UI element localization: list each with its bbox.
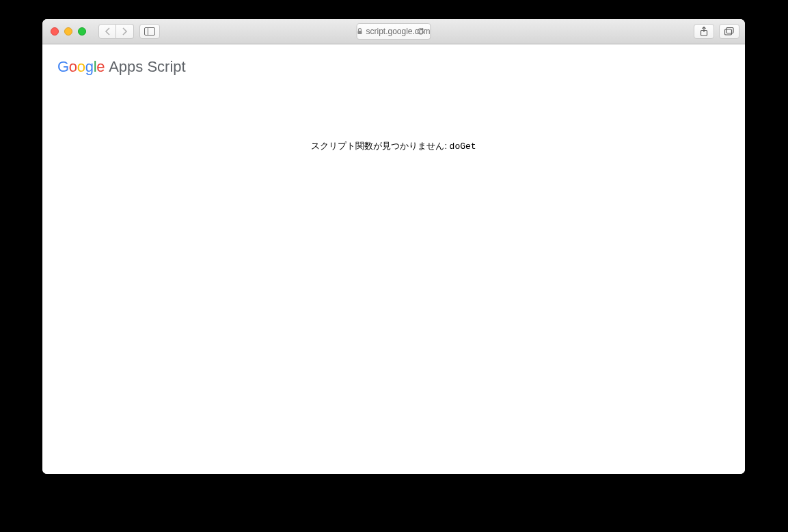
address-bar[interactable]: script.google.com	[356, 23, 431, 40]
svg-rect-0	[145, 28, 155, 36]
reload-button[interactable]	[417, 27, 425, 36]
product-name: Apps Script	[109, 58, 186, 76]
lock-icon	[357, 28, 362, 35]
tabs-button[interactable]	[719, 24, 739, 39]
google-logo: Google	[57, 58, 105, 76]
sidebar-toggle-button[interactable]	[139, 24, 160, 39]
close-window-button[interactable]	[51, 27, 59, 36]
reload-icon	[417, 27, 425, 36]
svg-rect-2	[357, 31, 362, 34]
window-controls	[51, 27, 86, 36]
chevron-left-icon	[105, 27, 111, 36]
toolbar-right	[694, 24, 739, 39]
forward-button[interactable]	[116, 24, 134, 39]
browser-window: script.google.com +	[42, 19, 745, 474]
error-function-name: doGet	[450, 141, 476, 152]
titlebar: script.google.com	[42, 19, 745, 44]
share-button[interactable]	[694, 24, 714, 39]
svg-rect-6	[726, 28, 733, 33]
minimize-window-button[interactable]	[64, 27, 72, 36]
share-icon	[700, 27, 708, 36]
error-text: スクリプト関数が見つかりません:	[311, 141, 449, 151]
tabs-icon	[724, 27, 734, 36]
nav-buttons	[98, 24, 134, 39]
svg-rect-5	[725, 29, 732, 35]
sidebar-icon	[144, 27, 155, 36]
page-content: Google Apps Script スクリプト関数が見つかりません: doGe…	[42, 44, 745, 474]
zoom-window-button[interactable]	[78, 27, 86, 36]
back-button[interactable]	[98, 24, 116, 39]
error-message: スクリプト関数が見つかりません: doGet	[42, 140, 745, 152]
chevron-right-icon	[122, 27, 128, 36]
apps-script-header: Google Apps Script	[42, 44, 745, 89]
